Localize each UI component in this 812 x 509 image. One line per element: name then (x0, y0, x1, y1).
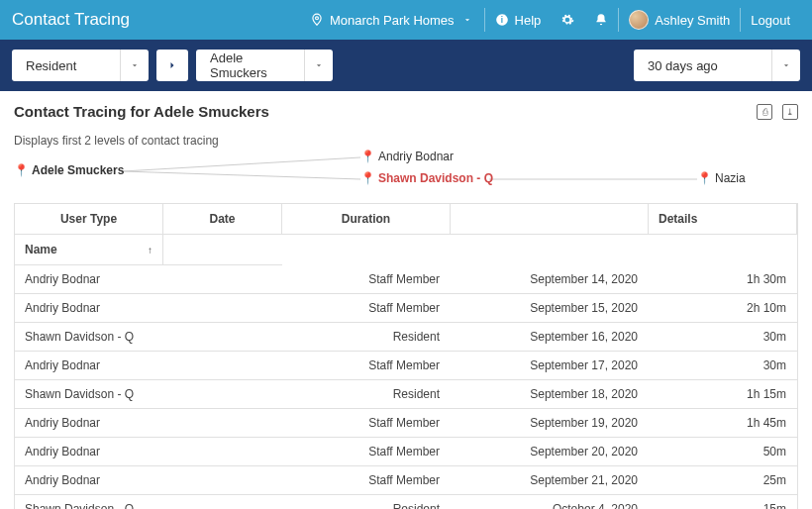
svg-line-4 (123, 171, 360, 179)
user-menu[interactable]: Ashley Smith (619, 0, 740, 40)
cell-duration: 1h 45m (649, 409, 797, 437)
contacts-table: Details User Type Date Duration Name ↑ A… (14, 203, 798, 509)
table-header: Details User Type Date Duration Name ↑ (15, 204, 797, 265)
logout-link[interactable]: Logout (741, 0, 800, 40)
page-title: Contact Tracing for Adele Smuckers (14, 103, 269, 120)
cell-date: September 16, 2020 (451, 323, 649, 351)
svg-line-3 (123, 157, 360, 171)
cell-user-type: Staff Member (282, 438, 451, 465)
settings-button[interactable] (551, 0, 584, 40)
location-label: Monarch Park Homes (330, 13, 455, 28)
cell-date: September 20, 2020 (451, 438, 649, 465)
svg-text:i: i (500, 16, 502, 25)
table-row[interactable]: Andriy BodnarStaff MemberSeptember 17, 2… (15, 352, 797, 380)
cell-date: October 4, 2020 (451, 495, 649, 509)
user-name: Ashley Smith (655, 13, 730, 28)
type-select-value: Resident (12, 50, 121, 81)
cell-duration: 1h 15m (649, 380, 797, 408)
chevron-down-icon (460, 13, 474, 27)
th-user-type[interactable]: User Type (15, 204, 163, 235)
map-pin-icon: 📍 (697, 171, 712, 185)
tracing-caption: Displays first 2 levels of contact traci… (0, 124, 812, 150)
cell-details (163, 294, 282, 322)
cell-details (163, 409, 282, 437)
cell-user-type: Staff Member (282, 409, 451, 437)
svg-point-0 (315, 17, 318, 20)
cell-name: Andriy Bodnar (15, 438, 163, 465)
cell-user-type: Staff Member (282, 294, 451, 322)
range-select[interactable]: 30 days ago (634, 50, 800, 81)
export-pdf-button[interactable]: ⎙ (757, 104, 772, 120)
cell-user-type: Resident (282, 495, 451, 509)
cell-user-type: Staff Member (282, 265, 451, 293)
graph-node[interactable]: 📍 Shawn Davidson - Q (360, 171, 493, 185)
th-details[interactable]: Details (649, 204, 797, 235)
cell-name: Shawn Davidson - Q (15, 323, 163, 351)
th-name[interactable]: Name ↑ (15, 235, 163, 265)
table-row[interactable]: Andriy BodnarStaff MemberSeptember 21, 2… (15, 466, 797, 495)
cell-details (163, 265, 282, 293)
map-pin-icon: 📍 (14, 163, 29, 177)
go-button[interactable] (156, 50, 188, 81)
cell-date: September 21, 2020 (451, 466, 649, 494)
cell-details (163, 380, 282, 408)
cell-name: Shawn Davidson - Q (15, 380, 163, 408)
cell-name: Shawn Davidson - Q (15, 495, 163, 509)
person-select-value: Adele Smuckers (196, 50, 305, 81)
table-row[interactable]: Andriy BodnarStaff MemberSeptember 19, 2… (15, 409, 797, 438)
cell-user-type: Staff Member (282, 352, 451, 379)
table-row[interactable]: Shawn Davidson - QResidentOctober 4, 202… (15, 495, 797, 509)
th-duration[interactable]: Duration (282, 204, 451, 235)
cell-date: September 18, 2020 (451, 380, 649, 408)
chevron-down-icon[interactable] (121, 50, 149, 81)
cell-name: Andriy Bodnar (15, 294, 163, 322)
cell-name: Andriy Bodnar (15, 265, 163, 293)
cell-details (163, 438, 282, 465)
cell-duration: 25m (649, 466, 797, 494)
pdf-icon: ⎙ (762, 107, 767, 117)
cell-duration: 30m (649, 352, 797, 379)
th-details-sub (163, 235, 282, 265)
cell-name: Andriy Bodnar (15, 409, 163, 437)
app-header: Contact Tracing Monarch Park Homes i Hel… (0, 0, 812, 40)
type-select[interactable]: Resident (12, 50, 149, 81)
chevron-down-icon[interactable] (772, 50, 800, 81)
table-row[interactable]: Andriy BodnarStaff MemberSeptember 20, 2… (15, 438, 797, 466)
table-row[interactable]: Andriy BodnarStaff MemberSeptember 15, 2… (15, 294, 797, 323)
notifications-button[interactable] (584, 0, 618, 40)
cell-details (163, 323, 282, 351)
page-subheader: Contact Tracing for Adele Smuckers ⎙ ⤓ (0, 91, 812, 124)
graph-node[interactable]: 📍 Andriy Bodnar (360, 150, 454, 163)
filter-bar: Resident Adele Smuckers 30 days ago (0, 40, 812, 91)
cell-duration: 1h 30m (649, 265, 797, 293)
cell-details (163, 352, 282, 379)
table-row[interactable]: Andriy BodnarStaff MemberSeptember 14, 2… (15, 265, 797, 294)
xls-icon: ⤓ (786, 107, 794, 117)
cell-duration: 30m (649, 323, 797, 351)
person-select[interactable]: Adele Smuckers (196, 50, 333, 81)
chevron-down-icon[interactable] (305, 50, 333, 81)
table-row[interactable]: Shawn Davidson - QResidentSeptember 18, … (15, 380, 797, 409)
graph-node-label: Shawn Davidson - Q (378, 171, 493, 185)
cell-duration: 15m (649, 495, 797, 509)
cell-name: Andriy Bodnar (15, 466, 163, 494)
graph-node[interactable]: 📍 Nazia (697, 171, 746, 185)
cell-user-type: Staff Member (282, 466, 451, 494)
cell-details (163, 466, 282, 494)
sort-asc-icon: ↑ (148, 245, 152, 255)
th-date[interactable]: Date (163, 204, 282, 235)
export-xls-button[interactable]: ⤓ (782, 104, 798, 120)
cell-user-type: Resident (282, 380, 451, 408)
cell-date: September 17, 2020 (451, 352, 649, 379)
table-body: Andriy BodnarStaff MemberSeptember 14, 2… (15, 265, 797, 509)
cell-date: September 14, 2020 (451, 265, 649, 293)
table-row[interactable]: Shawn Davidson - QResidentSeptember 16, … (15, 323, 797, 352)
help-link[interactable]: i Help (485, 0, 552, 40)
location-selector[interactable]: Monarch Park Homes (300, 0, 484, 40)
cell-duration: 2h 10m (649, 294, 797, 322)
gear-icon (560, 13, 574, 27)
range-select-value: 30 days ago (634, 50, 772, 81)
graph-node-label: Andriy Bodnar (378, 150, 454, 163)
logout-label: Logout (751, 13, 790, 28)
graph-node-root[interactable]: 📍 Adele Smuckers (14, 163, 124, 177)
